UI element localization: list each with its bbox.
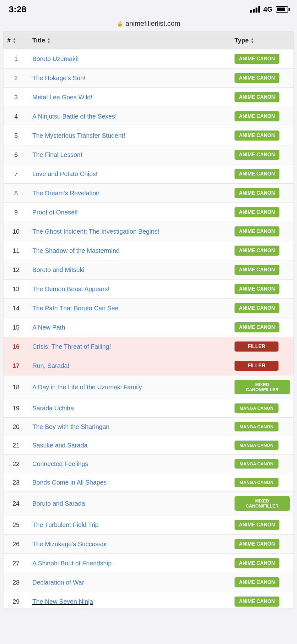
episode-type-cell: ANIME CANON (231, 318, 294, 337)
type-badge[interactable]: ANIME CANON (235, 169, 279, 179)
episode-title-link[interactable]: The Mizukage's Successor (32, 541, 107, 547)
episode-title-link[interactable]: Declaration of War (32, 579, 84, 586)
episode-title-link[interactable]: Connected Feelings (32, 460, 88, 467)
episode-title-link[interactable]: Boruto and Mitsuki (32, 266, 84, 273)
episode-title-cell: The Dream's Revelation (29, 184, 231, 203)
type-badge[interactable]: ANIME CANON (235, 73, 279, 83)
type-badge[interactable]: ANIME CANON (235, 284, 279, 294)
table-row: 13The Demon Beast Appears!ANIME CANON (3, 280, 294, 299)
battery-fill (277, 8, 285, 11)
episode-title-link[interactable]: The Ghost Incident: The Investigation Be… (32, 228, 159, 235)
episode-title-link[interactable]: Love and Potato Chips! (32, 170, 98, 177)
type-badge[interactable]: MANGA CANON (235, 403, 278, 413)
episode-title-link[interactable]: Sasuke and Sarada (32, 442, 88, 449)
type-badge[interactable]: ANIME CANON (235, 226, 279, 236)
episode-title-link[interactable]: A Shinobi Bout of Friendship (32, 560, 111, 567)
type-badge[interactable]: ANIME CANON (235, 597, 279, 607)
episode-title-link[interactable]: The Hokage's Son! (32, 75, 85, 81)
table-row: 3Metal Lee Goes Wild!ANIME CANON (3, 88, 294, 107)
episode-type-cell: ANIME CANON (231, 184, 294, 203)
episode-type-cell: MANGA CANON (231, 399, 294, 418)
episode-number: 10 (3, 222, 29, 241)
episode-title-link[interactable]: Sarada Uchiha (32, 405, 74, 412)
episode-title-link[interactable]: The Boy with the Sharingan (32, 423, 110, 430)
type-badge[interactable]: MANGA CANON (235, 422, 278, 431)
episode-number: 9 (3, 203, 29, 222)
lock-icon: 🔒 (117, 21, 123, 27)
table-header-row: # ▲▼ Title ▲▼ Type ▲▼ (3, 32, 294, 49)
type-badge[interactable]: ANIME CANON (235, 111, 279, 121)
episode-title-link[interactable]: The Mysterious Transfer Student! (32, 132, 125, 139)
episode-type-cell: ANIME CANON (231, 241, 294, 260)
type-badge[interactable]: ANIME CANON (235, 577, 279, 587)
type-badge[interactable]: ANIME CANON (235, 539, 279, 549)
table-row: 23Bonds Come in All ShapesMANGA CANON (3, 473, 294, 492)
episode-title-link[interactable]: Bonds Come in All Shapes (32, 479, 107, 486)
url-display[interactable]: animefillerlist.com (126, 19, 181, 28)
type-badge[interactable]: ANIME CANON (235, 130, 279, 141)
type-badge[interactable]: MIXED CANON/FILLER (235, 380, 290, 394)
episode-title-cell: The Turbulent Field Trip (29, 515, 231, 535)
type-badge[interactable]: ANIME CANON (235, 558, 279, 568)
type-badge[interactable]: ANIME CANON (235, 265, 279, 275)
col-header-number[interactable]: # ▲▼ (3, 32, 29, 49)
sort-arrows-type: ▲▼ (251, 37, 254, 44)
episode-type-cell: ANIME CANON (231, 535, 294, 554)
episode-title-cell: The Mysterious Transfer Student! (29, 126, 231, 145)
table-row: 10The Ghost Incident: The Investigation … (3, 222, 294, 241)
type-badge[interactable]: MANGA CANON (235, 478, 278, 487)
episode-title-cell: Sarada Uchiha (29, 399, 231, 418)
table-row: 16Crisis: The Threat of Failing!FILLER (3, 337, 294, 356)
episode-title-link[interactable]: The Path That Boruto Can See (32, 305, 118, 312)
episode-title-cell: A Ninjutsu Battle of the Sexes! (29, 107, 231, 126)
type-badge[interactable]: ANIME CANON (235, 54, 279, 64)
episode-title-link[interactable]: The Final Lesson! (32, 151, 82, 158)
episode-type-cell: ANIME CANON (231, 573, 294, 592)
episode-title-link[interactable]: The New Seven Ninja (32, 598, 93, 605)
type-badge[interactable]: MANGA CANON (235, 459, 278, 469)
col-header-type[interactable]: Type ▲▼ (231, 32, 294, 49)
type-badge[interactable]: FILLER (235, 361, 278, 371)
type-badge[interactable]: ANIME CANON (235, 520, 279, 530)
episode-title-link[interactable]: Metal Lee Goes Wild! (32, 94, 92, 101)
episode-title-link[interactable]: Boruto and Sarada (32, 500, 85, 507)
type-badge[interactable]: MANGA CANON (235, 441, 278, 450)
type-badge[interactable]: ANIME CANON (235, 207, 279, 217)
type-badge[interactable]: ANIME CANON (235, 246, 279, 256)
episode-title-link[interactable]: Boruto Uzumaki! (32, 55, 79, 62)
status-bar: 3:28 4G (0, 0, 297, 17)
episode-title-link[interactable]: Proof of Oneself (32, 209, 78, 216)
episode-number: 19 (3, 399, 29, 418)
type-badge[interactable]: ANIME CANON (235, 150, 279, 160)
episode-title-link[interactable]: Crisis: The Threat of Failing! (32, 343, 111, 350)
type-badge[interactable]: ANIME CANON (235, 303, 279, 313)
episode-title-link[interactable]: The Demon Beast Appears! (32, 286, 110, 292)
episode-title-link[interactable]: A New Path (32, 324, 65, 331)
episode-title-cell: Boruto and Mitsuki (29, 260, 231, 280)
episode-title-link[interactable]: The Shadow of the Mastermind (32, 247, 120, 254)
episode-title-link[interactable]: A Ninjutsu Battle of the Sexes! (32, 113, 117, 120)
episode-table-container: # ▲▼ Title ▲▼ Type ▲▼ (3, 31, 294, 609)
episode-title-link[interactable]: The Turbulent Field Trip (32, 521, 99, 528)
col-header-title[interactable]: Title ▲▼ (29, 32, 231, 49)
episode-title-link[interactable]: Run, Sarada! (32, 362, 69, 369)
type-badge[interactable]: FILLER (235, 341, 278, 352)
status-time: 3:28 (9, 4, 26, 14)
type-badge[interactable]: MIXED CANON/FILLER (235, 496, 290, 511)
episode-title-link[interactable]: The Dream's Revelation (32, 190, 100, 197)
episode-type-cell: MIXED CANON/FILLER (231, 375, 294, 399)
type-badge[interactable]: ANIME CANON (235, 92, 279, 102)
episode-number: 2 (3, 69, 29, 88)
episode-title-cell: Declaration of War (29, 573, 231, 592)
signal-bars-icon (250, 6, 260, 13)
episode-title-cell: Love and Potato Chips! (29, 164, 231, 184)
episode-title-cell: Boruto and Sarada (29, 492, 231, 515)
episode-title-link[interactable]: A Day in the Life of the Uzumaki Family (32, 384, 142, 391)
episode-number: 24 (3, 492, 29, 515)
table-row: 29The New Seven NinjaANIME CANON (3, 592, 294, 609)
table-row: 26The Mizukage's SuccessorANIME CANON (3, 535, 294, 554)
type-badge[interactable]: ANIME CANON (235, 188, 279, 198)
episode-title-cell: Bonds Come in All Shapes (29, 473, 231, 492)
type-badge[interactable]: ANIME CANON (235, 322, 279, 332)
table-row: 5The Mysterious Transfer Student!ANIME C… (3, 126, 294, 145)
